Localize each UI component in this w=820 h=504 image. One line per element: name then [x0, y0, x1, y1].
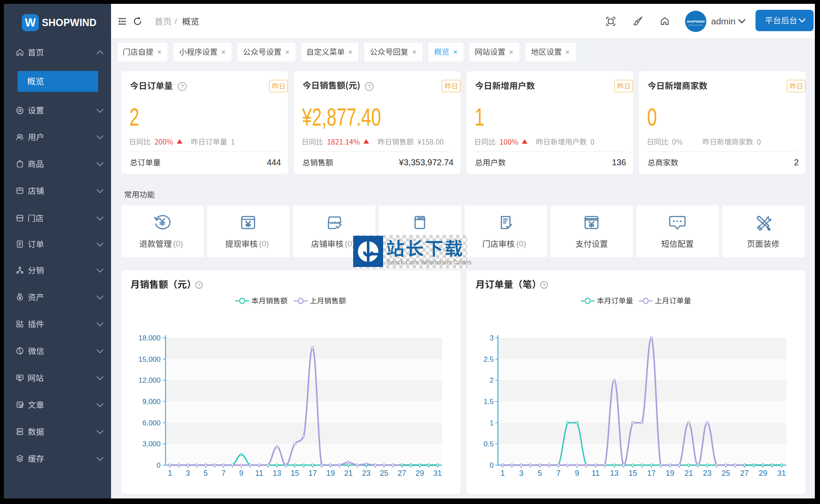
svg-text:17: 17	[647, 469, 656, 478]
svg-text:19: 19	[326, 469, 335, 478]
svg-text:2: 2	[490, 376, 494, 384]
svg-text:?: ?	[368, 83, 371, 90]
svg-text:31: 31	[777, 469, 786, 478]
svg-text:12,000: 12,000	[138, 376, 161, 384]
svg-text:?: ?	[181, 83, 184, 90]
svg-text:0: 0	[490, 461, 494, 469]
svg-text:1: 1	[168, 469, 172, 478]
svg-text:29: 29	[759, 469, 767, 478]
svg-text:27: 27	[740, 469, 749, 478]
svg-text:23: 23	[362, 469, 370, 478]
svg-text:13: 13	[610, 469, 618, 478]
svg-text:25: 25	[721, 469, 730, 478]
svg-text:15,000: 15,000	[138, 355, 161, 363]
svg-text:1: 1	[501, 469, 505, 478]
svg-text:31: 31	[433, 469, 442, 478]
svg-text:3: 3	[519, 469, 523, 478]
svg-text:11: 11	[592, 469, 600, 478]
svg-text:7: 7	[556, 469, 560, 478]
svg-text:0.5: 0.5	[483, 440, 494, 448]
svg-text:15: 15	[629, 469, 637, 478]
svg-text:23: 23	[703, 469, 712, 478]
svg-text:5: 5	[203, 469, 208, 478]
svg-text:15: 15	[290, 469, 299, 478]
svg-text:18,000: 18,000	[138, 334, 161, 342]
svg-text:3: 3	[490, 334, 494, 342]
svg-text:5: 5	[538, 469, 542, 478]
svg-text:6,000: 6,000	[142, 419, 161, 427]
svg-text:1.5: 1.5	[483, 398, 494, 406]
svg-text:0: 0	[157, 461, 161, 469]
svg-text:11: 11	[255, 469, 263, 478]
svg-text:9,000: 9,000	[142, 398, 161, 406]
svg-text:13: 13	[273, 469, 281, 478]
svg-text:SHOPWIND: SHOPWIND	[687, 20, 705, 23]
svg-text:21: 21	[344, 469, 353, 478]
svg-text:9: 9	[575, 469, 579, 478]
svg-text:21: 21	[684, 469, 693, 478]
svg-text:29: 29	[416, 469, 424, 478]
svg-text:3: 3	[186, 469, 190, 478]
svg-text:2.5: 2.5	[483, 355, 494, 363]
svg-text:7: 7	[221, 469, 226, 478]
svg-text:17: 17	[308, 469, 317, 478]
svg-text:25: 25	[380, 469, 388, 478]
svg-text:3,000: 3,000	[142, 440, 161, 448]
svg-text:1: 1	[490, 419, 494, 427]
svg-text:27: 27	[398, 469, 406, 478]
svg-text:9: 9	[239, 469, 243, 478]
svg-text:19: 19	[666, 469, 674, 478]
